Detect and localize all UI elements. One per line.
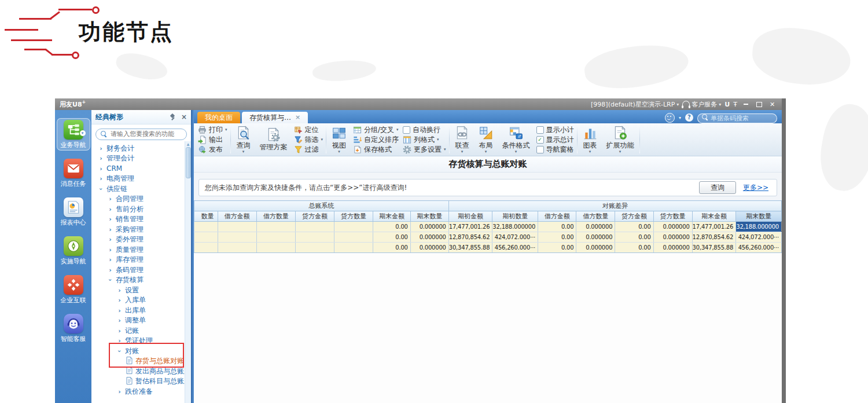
table-cell[interactable]: 0.000000: [410, 243, 448, 253]
tree-item-电商管理[interactable]: ›电商管理: [91, 174, 191, 184]
tree-item-存货核算[interactable]: ›存货核算: [91, 275, 191, 285]
print-button[interactable]: 打印▾: [198, 126, 227, 134]
column-header[interactable]: 期末数量: [410, 211, 448, 222]
column-header[interactable]: 借方金额: [218, 211, 256, 222]
table-cell[interactable]: 0.00: [373, 243, 411, 253]
table-cell[interactable]: 0.000000: [410, 232, 448, 243]
column-header[interactable]: 数量: [194, 211, 218, 222]
publish-button[interactable]: 发布: [198, 145, 227, 154]
rail-item-3[interactable]: 报表中心: [57, 196, 90, 228]
table-cell[interactable]: 456,260.000···: [736, 243, 782, 253]
column-header[interactable]: 借方数量: [256, 211, 295, 222]
tree-item-库存管理[interactable]: ›库存管理: [91, 255, 191, 265]
table-cell[interactable]: 12,870,854.62: [448, 232, 492, 243]
table-cell[interactable]: [256, 232, 295, 243]
table-cell[interactable]: 0.00: [615, 222, 653, 232]
rail-item-2[interactable]: 消息任务: [57, 157, 90, 189]
save-format-button[interactable]: 保存格式: [353, 145, 399, 154]
tab-my-desktop[interactable]: 我的桌面: [197, 112, 240, 123]
tree-item-调整单[interactable]: ›调整单: [91, 316, 191, 326]
column-format-button[interactable]: 列格式▾: [403, 135, 446, 144]
tree-item-管理会计[interactable]: ›管理会计: [91, 153, 191, 164]
layout-button[interactable]: 布局▾: [476, 126, 496, 153]
close-button[interactable]: ✕: [767, 100, 777, 108]
table-cell[interactable]: [334, 232, 373, 243]
tree-item-暂估科目与总账对账[interactable]: 暂估科目与总账对账: [91, 376, 191, 387]
table-cell[interactable]: [334, 243, 373, 253]
u-assistant-button[interactable]: U: [724, 101, 730, 108]
tree-item-委外管理[interactable]: ›委外管理: [91, 235, 191, 245]
table-cell[interactable]: 32,188.000000: [492, 222, 538, 232]
filter-button[interactable]: 过滤: [294, 145, 323, 154]
column-header[interactable]: 期初金额: [448, 211, 492, 222]
tree-item-出库单[interactable]: ›出库单: [91, 306, 191, 316]
rail-item-5[interactable]: 企业互联: [57, 273, 90, 306]
table-cell[interactable]: 30,347,855.88: [448, 243, 492, 253]
locate-button[interactable]: 定位: [294, 126, 323, 134]
sift-button[interactable]: 筛选▾: [294, 135, 323, 144]
table-cell[interactable]: [295, 232, 334, 243]
table-cell[interactable]: [334, 222, 373, 232]
table-cell[interactable]: 17,477,001.26: [448, 222, 492, 232]
tree-item-售前分析[interactable]: ›售前分析: [91, 204, 191, 215]
column-header[interactable]: 期末金额: [692, 211, 736, 222]
help-icon[interactable]: ?: [685, 113, 693, 122]
tab-close-icon[interactable]: ×: [295, 112, 300, 123]
tab-inventory-reconcile[interactable]: 存货核算与… ×: [242, 112, 308, 123]
query-button[interactable]: 查询▾: [234, 126, 253, 153]
table-cell[interactable]: 0.00: [373, 222, 411, 232]
column-header[interactable]: 贷方金额: [295, 211, 334, 222]
table-cell[interactable]: 424,072.000···: [736, 232, 782, 243]
tree-scrollbar[interactable]: ▲: [185, 141, 191, 403]
column-header[interactable]: 贷方金额: [615, 211, 653, 222]
tree-item-记账[interactable]: ›记账: [91, 326, 191, 336]
nav-pane-checkbox[interactable]: 导航窗格: [536, 145, 574, 154]
column-header[interactable]: 贷方数量: [334, 211, 373, 222]
tree-item-跌价准备[interactable]: ›跌价准备: [91, 387, 191, 397]
view-button[interactable]: 视图▾: [329, 126, 349, 153]
column-header[interactable]: 借方金额: [538, 211, 576, 222]
tree-item-采购管理[interactable]: ›采购管理: [91, 225, 191, 235]
output-button[interactable]: 输出: [198, 135, 227, 144]
account-selector[interactable]: [998](default)星空演示-LRP▾: [591, 100, 679, 109]
tree-item-合同管理[interactable]: ›合同管理: [91, 194, 191, 204]
table-cell[interactable]: 0.000000: [410, 222, 448, 232]
table-cell[interactable]: 0.00: [615, 232, 653, 243]
table-cell[interactable]: 30,347,855.88: [692, 243, 736, 253]
tree-item-质量管理[interactable]: ›质量管理: [91, 245, 191, 255]
doc-barcode-search-input[interactable]: [697, 113, 777, 123]
column-header[interactable]: 期末金额: [373, 211, 411, 222]
tree-panel-close-icon[interactable]: ×: [181, 113, 187, 120]
chevron-down-icon[interactable]: ▾: [679, 115, 681, 120]
pin-icon[interactable]: [170, 113, 176, 120]
tree-item-对账[interactable]: ›对账: [91, 346, 191, 357]
more-settings-button[interactable]: 更多设置▾: [403, 145, 446, 154]
table-cell[interactable]: 0.00: [538, 243, 576, 253]
table-cell[interactable]: [194, 222, 218, 232]
table-cell[interactable]: 0.00: [615, 243, 653, 253]
tree-item-条码管理[interactable]: ›条码管理: [91, 265, 191, 276]
column-header[interactable]: 期初数量: [492, 211, 538, 222]
tree-item-财务会计[interactable]: ›财务会计: [91, 144, 191, 154]
collapse-ribbon-button[interactable]: Ŧ: [733, 101, 737, 108]
tree-item-发出商品与总账对账[interactable]: 发出商品与总账对账: [91, 367, 191, 377]
table-cell[interactable]: 0.000000: [576, 243, 615, 253]
table-cell[interactable]: [256, 243, 295, 253]
table-cell[interactable]: 17,477,001.26: [692, 222, 736, 232]
table-cell[interactable]: 456,260.000···: [492, 243, 538, 253]
table-cell[interactable]: 424,072.000···: [492, 232, 538, 243]
tree-item-设置[interactable]: ›设置: [91, 285, 191, 296]
table-cell[interactable]: 0.000000: [653, 232, 692, 243]
scrollbar-thumb[interactable]: [186, 147, 191, 178]
table-cell[interactable]: 0.00: [538, 222, 576, 232]
tree-item-CRM[interactable]: ›CRM: [91, 164, 191, 174]
show-total-checkbox[interactable]: ✓显示总计: [536, 135, 574, 144]
table-cell[interactable]: 0.00: [538, 232, 576, 243]
extend-button[interactable]: 扩展功能▾: [604, 126, 637, 153]
more-link[interactable]: 更多>>: [743, 183, 768, 193]
minimize-button[interactable]: [741, 100, 751, 108]
tree-item-销售管理[interactable]: ›销售管理: [91, 214, 191, 225]
auto-wrap-checkbox[interactable]: 自动换行: [403, 126, 446, 134]
table-cell[interactable]: 0.000000: [653, 243, 692, 253]
chart-button[interactable]: 图表▾: [580, 126, 600, 153]
